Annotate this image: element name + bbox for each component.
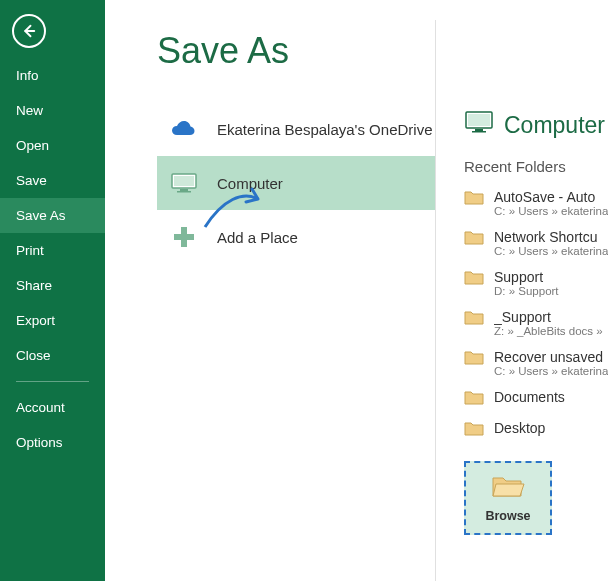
folder-name: Recover unsaved — [494, 349, 608, 365]
backstage-sidebar: Info New Open Save Save As Print Share E… — [0, 0, 105, 581]
svg-rect-5 — [174, 234, 194, 240]
folder-path: C: » Users » ekaterina — [494, 205, 608, 217]
folder-name: Desktop — [494, 420, 545, 436]
recent-folder-item[interactable]: Recover unsavedC: » Users » ekaterina — [464, 345, 611, 385]
location-add-place[interactable]: Add a Place — [157, 210, 435, 264]
folder-icon — [464, 190, 484, 208]
svg-rect-7 — [468, 114, 490, 126]
backstage-main: Save As Ekaterina Bespalaya's OneDrive C… — [105, 0, 611, 581]
recent-folders-label: Recent Folders — [464, 158, 611, 175]
folder-text: Recover unsavedC: » Users » ekaterina — [494, 349, 608, 377]
folder-text: Network ShortcuC: » Users » ekaterina — [494, 229, 608, 257]
nav-options[interactable]: Options — [0, 425, 105, 460]
browse-label: Browse — [485, 509, 530, 523]
folder-name: Network Shortcu — [494, 229, 608, 245]
nav-open[interactable]: Open — [0, 128, 105, 163]
folder-name: Documents — [494, 389, 565, 405]
recent-folder-item[interactable]: Documents — [464, 385, 611, 416]
recent-folder-item[interactable]: AutoSave - AutoC: » Users » ekaterina — [464, 185, 611, 225]
recent-folders-column: Computer Recent Folders AutoSave - AutoC… — [436, 0, 611, 581]
folder-text: Documents — [494, 389, 565, 405]
back-button[interactable] — [12, 14, 46, 48]
computer-icon — [464, 110, 494, 140]
svg-rect-8 — [475, 129, 483, 131]
location-label: Add a Place — [217, 229, 298, 246]
folder-path: Z: » _AbleBits docs » — [494, 325, 603, 337]
svg-rect-9 — [472, 131, 486, 133]
folder-text: SupportD: » Support — [494, 269, 559, 297]
folder-text: Desktop — [494, 420, 545, 436]
folder-text: _SupportZ: » _AbleBits docs » — [494, 309, 603, 337]
location-label: Computer — [217, 175, 283, 192]
folder-icon — [464, 310, 484, 328]
cloud-icon — [169, 114, 199, 144]
folder-icon — [464, 270, 484, 288]
arrow-left-icon — [20, 22, 38, 40]
right-heading-label: Computer — [504, 112, 605, 139]
svg-rect-3 — [177, 191, 191, 193]
folder-path: D: » Support — [494, 285, 559, 297]
svg-rect-1 — [174, 176, 194, 186]
computer-icon — [169, 168, 199, 198]
nav-export[interactable]: Export — [0, 303, 105, 338]
nav-close[interactable]: Close — [0, 338, 105, 373]
folder-name: Support — [494, 269, 559, 285]
recent-folder-item[interactable]: _SupportZ: » _AbleBits docs » — [464, 305, 611, 345]
recent-folder-item[interactable]: Desktop — [464, 416, 611, 447]
nav-save-as[interactable]: Save As — [0, 198, 105, 233]
folder-name: AutoSave - Auto — [494, 189, 608, 205]
svg-rect-2 — [180, 189, 188, 191]
page-title: Save As — [157, 30, 435, 72]
plus-icon — [169, 222, 199, 252]
folder-icon — [464, 390, 484, 408]
folder-icon — [464, 421, 484, 439]
folder-icon — [464, 230, 484, 248]
nav-share[interactable]: Share — [0, 268, 105, 303]
folder-open-icon — [491, 474, 525, 503]
folder-path: C: » Users » ekaterina — [494, 365, 608, 377]
recent-folder-item[interactable]: SupportD: » Support — [464, 265, 611, 305]
nav-print[interactable]: Print — [0, 233, 105, 268]
location-computer[interactable]: Computer — [157, 156, 435, 210]
nav-info[interactable]: Info — [0, 58, 105, 93]
location-label: Ekaterina Bespalaya's OneDrive — [217, 121, 432, 138]
browse-button[interactable]: Browse — [464, 461, 552, 535]
location-onedrive[interactable]: Ekaterina Bespalaya's OneDrive — [157, 102, 435, 156]
recent-folders-list: AutoSave - AutoC: » Users » ekaterinaNet… — [464, 185, 611, 447]
nav-account[interactable]: Account — [0, 390, 105, 425]
right-heading: Computer — [464, 110, 611, 140]
recent-folder-item[interactable]: Network ShortcuC: » Users » ekaterina — [464, 225, 611, 265]
folder-text: AutoSave - AutoC: » Users » ekaterina — [494, 189, 608, 217]
folder-name: _Support — [494, 309, 603, 325]
nav-divider — [16, 381, 89, 382]
folder-path: C: » Users » ekaterina — [494, 245, 608, 257]
nav-new[interactable]: New — [0, 93, 105, 128]
nav-save[interactable]: Save — [0, 163, 105, 198]
folder-icon — [464, 350, 484, 368]
save-locations-column: Save As Ekaterina Bespalaya's OneDrive C… — [105, 0, 435, 581]
